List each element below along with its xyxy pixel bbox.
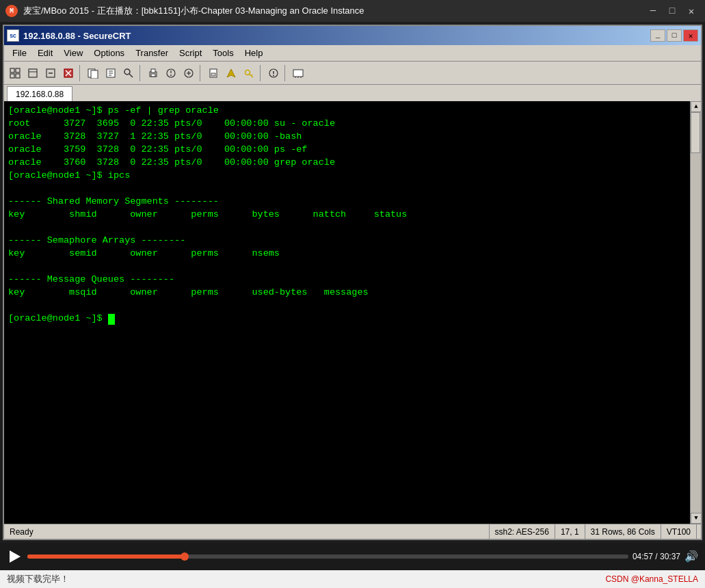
toolbar-separator-2 <box>139 65 142 81</box>
toolbar-key-btn[interactable] <box>241 65 257 81</box>
outer-window-controls: ─ □ ✕ <box>645 4 700 18</box>
bottom-bar: 视频下载完毕！ CSDN @Kanna_STELLA <box>0 570 705 588</box>
outer-minimize-button[interactable]: ─ <box>645 4 661 18</box>
toolbar-separator-3 <box>200 65 202 81</box>
app-icon: M <box>5 5 18 17</box>
watermark: CSDN @Kanna_STELLA <box>605 574 698 584</box>
menu-edit[interactable]: Edit <box>32 46 58 59</box>
svg-rect-33 <box>293 70 303 77</box>
download-status: 视频下载完毕！ <box>7 573 69 585</box>
progress-fill <box>27 554 185 559</box>
outer-title: 麦宝/MBoo 2015 - 正在播放：[bbk1151]小布-Chapter … <box>23 5 639 17</box>
svg-rect-0 <box>10 68 14 72</box>
terminal[interactable]: [oracle@node1 ~]$ ps -ef | grep oracle r… <box>4 101 690 524</box>
time-display: 04:57 / 30:37 <box>633 552 680 561</box>
scroll-track[interactable] <box>691 112 701 513</box>
status-position: 17, 1 <box>555 524 585 539</box>
toolbar-btn-4[interactable] <box>60 65 77 81</box>
svg-line-29 <box>251 75 252 76</box>
svg-point-27 <box>245 70 250 75</box>
toolbar-btn-1[interactable] <box>7 65 23 81</box>
status-ssh: ssh2: AES-256 <box>490 524 555 539</box>
menu-view[interactable]: View <box>58 46 88 59</box>
svg-rect-18 <box>151 74 155 77</box>
tab-bar: 192.168.0.88 <box>4 85 701 101</box>
toolbar <box>4 62 701 85</box>
toolbar-separator-4 <box>260 65 263 81</box>
toolbar-btn-2[interactable] <box>25 65 41 81</box>
play-icon <box>10 550 21 563</box>
menu-script[interactable]: Script <box>174 46 207 59</box>
toolbar-btn-10[interactable] <box>223 65 239 81</box>
volume-icon[interactable]: 🔊 <box>684 550 698 563</box>
svg-rect-2 <box>10 74 14 78</box>
toolbar-btn-8[interactable] <box>181 65 197 81</box>
toolbar-btn-6[interactable] <box>103 65 119 81</box>
securecrt-title: 192.168.0.88 - SecureCRT <box>23 31 646 41</box>
svg-rect-12 <box>91 70 98 79</box>
menu-help[interactable]: Help <box>239 46 269 59</box>
menu-bar: File Edit View Options Transfer Script T… <box>4 45 701 62</box>
video-controls: 04:57 / 30:37 🔊 <box>0 543 705 570</box>
toolbar-btn-9[interactable] <box>205 65 222 81</box>
status-terminal: VT100 <box>661 524 697 539</box>
outer-close-button[interactable]: ✕ <box>683 4 700 18</box>
status-bar: Ready ssh2: AES-256 17, 1 31 Rows, 86 Co… <box>4 524 701 539</box>
toolbar-separator-1 <box>79 65 82 81</box>
terminal-container: [oracle@node1 ~]$ ps -ef | grep oracle r… <box>4 101 701 524</box>
menu-options[interactable]: Options <box>88 46 130 59</box>
securecrt-maximize-button[interactable]: □ <box>667 29 682 42</box>
outer-window: M 麦宝/MBoo 2015 - 正在播放：[bbk1151]小布-Chapte… <box>0 0 705 588</box>
progress-indicator <box>181 552 189 561</box>
svg-point-21 <box>170 75 172 76</box>
securecrt-window: SC 192.168.0.88 - SecureCRT _ □ ✕ File E… <box>3 25 702 540</box>
progress-bar[interactable] <box>27 554 628 559</box>
scrollbar: ▲ ▼ <box>690 101 701 524</box>
toolbar-btn-11[interactable] <box>265 65 282 81</box>
svg-rect-1 <box>16 68 20 72</box>
toolbar-separator-5 <box>284 65 287 81</box>
svg-rect-3 <box>16 74 20 78</box>
svg-rect-17 <box>151 69 155 72</box>
menu-file[interactable]: File <box>7 46 32 59</box>
terminal-cursor <box>108 314 115 325</box>
session-tab[interactable]: 192.168.0.88 <box>7 86 72 101</box>
toolbar-btn-5[interactable] <box>85 65 101 81</box>
securecrt-minimize-button[interactable]: _ <box>650 29 665 42</box>
securecrt-close-button[interactable]: ✕ <box>683 29 698 42</box>
status-size: 31 Rows, 86 Cols <box>585 524 661 539</box>
scroll-thumb[interactable] <box>691 112 700 153</box>
toolbar-btn-7[interactable] <box>163 65 179 81</box>
svg-point-32 <box>273 75 274 76</box>
scroll-up-button[interactable]: ▲ <box>691 101 702 112</box>
play-button[interactable] <box>7 548 23 565</box>
outer-maximize-button[interactable]: □ <box>664 4 680 18</box>
svg-line-15 <box>129 74 133 77</box>
svg-rect-4 <box>29 69 37 77</box>
svg-rect-26 <box>211 73 215 76</box>
scroll-down-button[interactable]: ▼ <box>691 513 702 524</box>
terminal-output: [oracle@node1 ~]$ ps -ef | grep oracle r… <box>8 104 686 325</box>
status-ready: Ready <box>8 524 490 539</box>
toolbar-search-btn[interactable] <box>120 65 137 81</box>
svg-point-14 <box>124 69 130 75</box>
outer-titlebar: M 麦宝/MBoo 2015 - 正在播放：[bbk1151]小布-Chapte… <box>0 0 705 22</box>
toolbar-btn-12[interactable] <box>290 65 306 81</box>
securecrt-titlebar: SC 192.168.0.88 - SecureCRT _ □ ✕ <box>4 26 701 45</box>
toolbar-btn-3[interactable] <box>42 65 59 81</box>
menu-tools[interactable]: Tools <box>207 46 239 59</box>
menu-transfer[interactable]: Transfer <box>130 46 174 59</box>
securecrt-window-controls: _ □ ✕ <box>650 29 698 42</box>
toolbar-print-btn[interactable] <box>145 65 161 81</box>
securecrt-icon: SC <box>7 29 19 42</box>
